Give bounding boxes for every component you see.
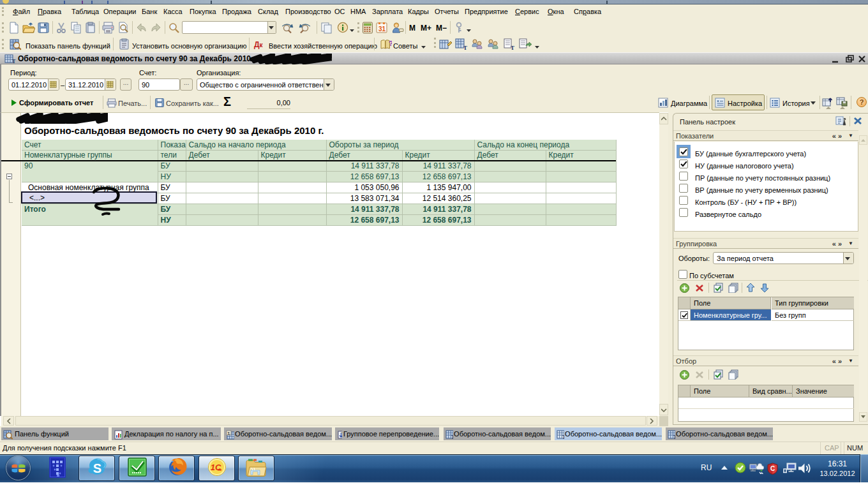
svg-text:Σ: Σ <box>227 431 230 436</box>
svg-text:S: S <box>93 461 101 475</box>
svg-text:T: T <box>463 45 467 50</box>
svg-text:T: T <box>562 434 564 440</box>
svg-text:T: T <box>673 434 675 440</box>
svg-text:C: C <box>770 465 775 472</box>
svg-text:T: T <box>12 59 16 64</box>
svg-text:T: T <box>511 45 514 50</box>
svg-text:1С: 1С <box>211 463 221 472</box>
svg-text:?: ? <box>389 40 392 47</box>
svg-text:31: 31 <box>378 26 386 33</box>
svg-text:T: T <box>451 434 453 440</box>
